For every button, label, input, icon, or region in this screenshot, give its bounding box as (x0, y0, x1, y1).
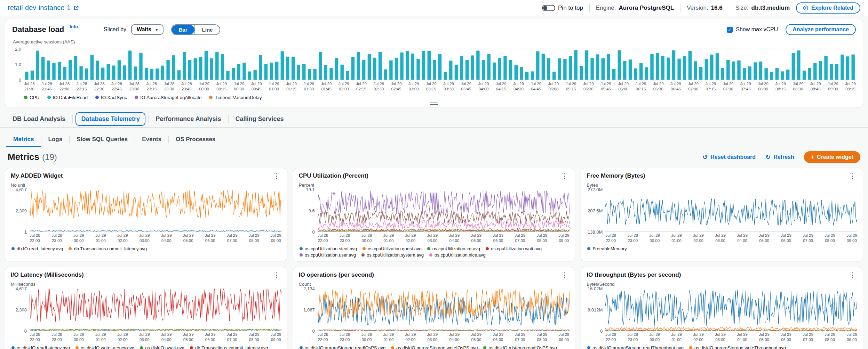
widget-plot-area[interactable] (30, 189, 281, 232)
legend-item[interactable]: os.diskIO.await.avg (140, 345, 184, 349)
create-widget-button[interactable]: + Create widget (804, 151, 860, 163)
legend-item[interactable]: IO:XactSync (95, 95, 127, 100)
my-added-widget-svg (30, 189, 281, 232)
legend-item[interactable]: db.IO.read_latency.avg (11, 246, 63, 251)
legend-item[interactable]: FreeableMemory (587, 246, 627, 251)
widget-plot-area[interactable] (605, 289, 857, 331)
x-axis-label: Jul 2901:00 (383, 233, 394, 243)
widget-menu-button[interactable]: ⋮ (272, 271, 281, 278)
metric-widget: Free Memory (Bytes)⋮Bytes277.0M207.5M138… (581, 168, 863, 261)
x-axis-label: Jul 2907:30 (723, 81, 734, 92)
widget-menu-button[interactable]: ⋮ (847, 271, 857, 278)
legend-item[interactable]: CPU (24, 95, 40, 100)
legend-label: os.diskIO.readLatency.avg (17, 345, 70, 349)
legend-item[interactable]: db.Transactions.commit_latency.avg (190, 345, 268, 349)
legend-item[interactable]: os.cpuUtilization.system.avg (361, 252, 424, 258)
legend-item[interactable]: os.cpuUtilization.wait.avg (486, 246, 542, 251)
widget-legend: db.IO.read_latency.avgdb.Transactions.co… (11, 246, 281, 251)
widget-y-axis: 277.0M207.5M138.0M (587, 189, 605, 232)
widget-plot-area[interactable] (30, 289, 281, 331)
db-load-plot-area[interactable] (24, 47, 856, 80)
analyze-performance-button[interactable]: Analyze performance (786, 24, 856, 35)
subtab-logs[interactable]: Logs (41, 132, 70, 147)
line-view-option[interactable]: Line (195, 25, 220, 34)
x-axis-label: Jul 2900:00 (361, 332, 372, 342)
db-load-svg (24, 47, 856, 80)
subtab-os-processes[interactable]: OS Processes (169, 132, 222, 147)
reset-dashboard-button[interactable]: ↺ Reset dashboard (702, 153, 756, 161)
x-axis-label: Jul 2904:00 (161, 233, 172, 243)
legend-item[interactable]: IO:AuroraStorageLogAllocate (135, 95, 201, 100)
legend-item[interactable]: os.cpuUtilization.guest.avg (363, 246, 422, 251)
x-axis-label: Jul 2906:00 (618, 81, 629, 92)
tab-db-load-analysis[interactable]: DB Load Analysis (6, 112, 72, 127)
tab-calling-services[interactable]: Calling Services (229, 112, 291, 127)
legend-color-dot (47, 96, 51, 99)
x-axis-label: Jul 2909:00 (846, 332, 857, 342)
legend-item[interactable]: os.diskIO.auroraStorage.writeThroughput.… (689, 345, 786, 349)
widget-plot-area[interactable] (318, 189, 570, 232)
explore-related-button[interactable]: Explore Related (796, 2, 860, 14)
x-axis-label: Jul 2903:00 (427, 332, 438, 342)
x-axis-label: Jul 2902:00 (339, 81, 349, 92)
widget-header: My ADDED Widget⋮ (11, 172, 281, 179)
instance-name-link[interactable]: retail-dev-instance-1 (8, 4, 79, 12)
legend-item[interactable]: os.diskIO.auroraStorage.readThroughput.a… (587, 345, 684, 349)
x-axis-label: Jul 2903:30 (443, 81, 454, 92)
tab-performance-analysis[interactable]: Performance Analysis (149, 112, 228, 127)
legend-item[interactable]: os.diskIO.rdstemp.readIOsPS.avg (483, 345, 557, 349)
y-axis-tick: 19.1 (306, 187, 314, 192)
info-link[interactable]: Info (70, 24, 78, 29)
widget-plot-area[interactable] (318, 289, 570, 331)
widget-menu-button[interactable]: ⋮ (559, 271, 569, 278)
refresh-button[interactable]: ↻ Refresh (765, 153, 794, 161)
widget-menu-button[interactable]: ⋮ (559, 172, 569, 179)
legend-item[interactable]: Timeout:VacuumDelay (209, 95, 262, 100)
tab-database-telemetry[interactable]: Database Telemetry (75, 112, 145, 126)
x-axis-label: Jul 2905:45 (600, 81, 611, 92)
subtab-metrics[interactable]: Metrics (6, 132, 41, 147)
divider (729, 3, 729, 13)
subtab-events[interactable]: Events (135, 132, 168, 147)
x-axis-label: Jul 2900:00 (361, 233, 372, 243)
x-axis-label: Jul 2900:00 (649, 233, 660, 243)
show-max-vcpu-label: Show max vCPU (736, 26, 778, 33)
legend-item[interactable]: IO:DataFileRead (47, 95, 88, 100)
x-axis-label: Jul 2901:00 (671, 332, 682, 342)
bar-view-option[interactable]: Bar (172, 25, 194, 34)
x-axis-label: Jul 2907:00 (227, 233, 238, 243)
x-axis-label: Jul 2904:15 (496, 81, 507, 92)
pin-to-top-toggle[interactable] (542, 5, 555, 11)
sliced-by-select[interactable]: Waits ▾ (131, 24, 164, 35)
legend-color-dot (427, 247, 430, 250)
x-axis-label: Jul 2822:00 (318, 332, 328, 342)
x-axis-label: Jul 2907:00 (515, 233, 526, 243)
widget-menu-button[interactable]: ⋮ (847, 172, 857, 179)
legend-item[interactable]: os.cpuUtilization.nice.avg (429, 252, 486, 258)
y-axis-tick: 0 (24, 328, 27, 333)
widget-plot-area[interactable] (605, 189, 857, 232)
checkbox-check-icon: ✓ (727, 27, 733, 33)
legend-item[interactable]: os.diskIO.readLatency.avg (11, 345, 70, 349)
resize-handle[interactable] (429, 103, 439, 105)
legend-color-dot (483, 346, 486, 349)
widget-header: IO throughput (Bytes per second)⋮ (587, 271, 857, 278)
x-axis-label: Jul 2906:30 (653, 81, 664, 92)
legend-item[interactable]: db.Transactions.commit_latency.avg (69, 246, 147, 251)
legend-item[interactable]: os.diskIO.auroraStorage.writeIOsPS.avg (391, 345, 478, 349)
widget-menu-button[interactable]: ⋮ (272, 172, 281, 179)
x-axis-label: Jul 2908:45 (810, 81, 821, 92)
legend-item[interactable]: os.diskIO.auroraStorage.readIOsPS.avg (300, 345, 386, 349)
x-axis-label: Jul 2909:00 (271, 233, 281, 243)
x-axis-label: Jul 2905:00 (759, 233, 770, 243)
legend-color-dot (11, 247, 15, 250)
legend-item[interactable]: os.cpuUtilization.irq.avg (427, 246, 480, 251)
show-max-vcpu-checkbox[interactable]: ✓ Show max vCPU (727, 26, 778, 33)
legend-item[interactable]: os.diskIO.writeLatency.avg (75, 345, 134, 349)
pin-to-top: Pin to top (542, 5, 583, 11)
size-label: Size: (735, 5, 749, 11)
x-axis-label: Jul 2903:00 (715, 233, 726, 243)
legend-item[interactable]: os.cpuUtilization.user.avg (300, 252, 356, 258)
legend-item[interactable]: os.cpuUtilization.steal.avg (300, 246, 357, 251)
subtab-slow-sql-queries[interactable]: Slow SQL Queries (70, 132, 135, 147)
